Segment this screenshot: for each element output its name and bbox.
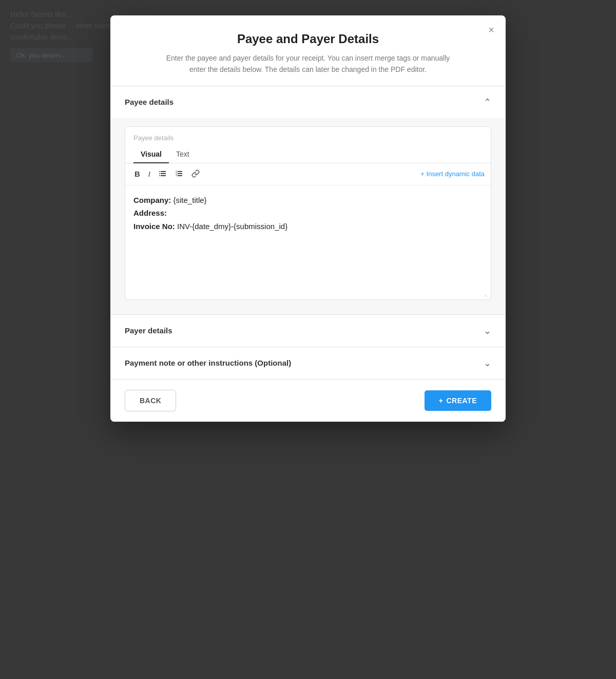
payer-chevron-icon: ⌄ bbox=[484, 325, 491, 336]
svg-rect-0 bbox=[159, 171, 160, 172]
create-label: CREATE bbox=[446, 397, 477, 405]
modal-subtitle: Enter the payee and payer details for yo… bbox=[164, 52, 452, 76]
svg-text:3.: 3. bbox=[176, 174, 178, 177]
back-button[interactable]: BACK bbox=[125, 390, 176, 411]
content-line-company: Company: {site_title} bbox=[133, 194, 483, 207]
payment-note-section-title: Payment note or other instructions (Opti… bbox=[125, 359, 291, 367]
payer-section-title: Payer details bbox=[125, 326, 172, 335]
ordered-list-button[interactable]: 1. 2. 3. bbox=[172, 167, 186, 181]
payee-section-content: Payee details Visual Text B I bbox=[110, 118, 506, 314]
payer-section-header[interactable]: Payer details ⌄ bbox=[110, 315, 506, 347]
resize-icon: ⌞ bbox=[485, 290, 488, 297]
editor-tabs: Visual Text bbox=[125, 146, 491, 163]
link-button[interactable] bbox=[188, 167, 203, 181]
editor-toolbar: B I 1. bbox=[125, 163, 491, 185]
payment-note-section-header[interactable]: Payment note or other instructions (Opti… bbox=[110, 347, 506, 379]
content-line-address: Address: bbox=[133, 206, 483, 220]
payee-section: Payee details ⌃ Payee details Visual Tex… bbox=[110, 86, 506, 314]
resize-handle[interactable]: ⌞ bbox=[125, 288, 491, 299]
modal-dialog: × Payee and Payer Details Enter the paye… bbox=[110, 15, 506, 422]
modal-body: Payee details ⌃ Payee details Visual Tex… bbox=[110, 86, 506, 379]
payer-section: Payer details ⌄ bbox=[110, 314, 506, 347]
close-button[interactable]: × bbox=[488, 25, 494, 35]
insert-dynamic-button[interactable]: + Insert dynamic data bbox=[420, 170, 485, 178]
payee-editor-label: Payee details bbox=[125, 127, 491, 146]
editor-content-area[interactable]: Company: {site_title} Address: Invoice N… bbox=[125, 185, 491, 288]
bold-button[interactable]: B bbox=[131, 168, 143, 180]
svg-rect-2 bbox=[159, 173, 160, 174]
modal-footer: BACK + CREATE bbox=[110, 379, 506, 422]
payment-note-section: Payment note or other instructions (Opti… bbox=[110, 347, 506, 379]
tab-text[interactable]: Text bbox=[169, 146, 197, 163]
modal-overlay: × Payee and Payer Details Enter the paye… bbox=[0, 0, 616, 679]
svg-rect-1 bbox=[161, 171, 166, 172]
svg-rect-7 bbox=[178, 171, 182, 172]
invoice-label: Invoice No: bbox=[133, 222, 175, 231]
unordered-list-button[interactable] bbox=[156, 167, 170, 181]
svg-rect-5 bbox=[161, 175, 166, 176]
create-prefix-icon: + bbox=[439, 397, 444, 405]
company-label: Company: bbox=[133, 196, 171, 204]
svg-rect-11 bbox=[178, 175, 182, 176]
italic-button[interactable]: I bbox=[145, 168, 153, 180]
svg-rect-4 bbox=[159, 175, 160, 176]
payee-section-header[interactable]: Payee details ⌃ bbox=[110, 86, 506, 118]
content-line-invoice: Invoice No: INV-{date_dmy}-{submission_i… bbox=[133, 220, 483, 233]
payment-note-chevron-icon: ⌄ bbox=[484, 357, 491, 369]
payee-section-title: Payee details bbox=[125, 98, 174, 106]
company-value: {site_title} bbox=[174, 196, 207, 204]
tab-visual[interactable]: Visual bbox=[133, 146, 169, 163]
modal-header: × Payee and Payer Details Enter the paye… bbox=[110, 15, 506, 86]
invoice-value: INV-{date_dmy}-{submission_id} bbox=[177, 222, 287, 231]
modal-title: Payee and Payer Details bbox=[131, 32, 485, 46]
address-label: Address: bbox=[133, 209, 167, 217]
svg-rect-3 bbox=[161, 173, 166, 174]
payee-editor-card: Payee details Visual Text B I bbox=[125, 126, 491, 300]
create-button[interactable]: + CREATE bbox=[425, 390, 491, 411]
svg-rect-9 bbox=[178, 173, 182, 174]
payee-chevron-icon: ⌃ bbox=[484, 97, 491, 108]
